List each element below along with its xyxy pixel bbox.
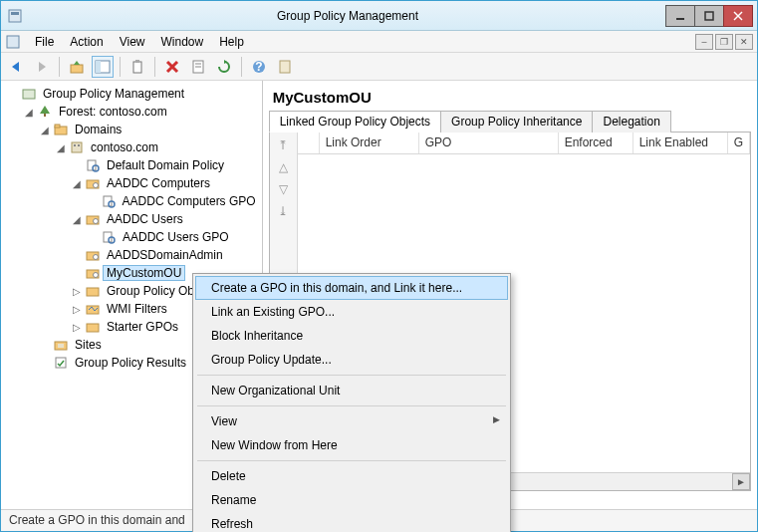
minimize-button[interactable] bbox=[665, 5, 695, 27]
move-top-icon[interactable]: ⤒ bbox=[278, 138, 288, 152]
svg-rect-43 bbox=[87, 324, 99, 332]
tree-domains[interactable]: ◢Domains bbox=[3, 121, 260, 138]
context-menu: Create a GPO in this domain, and Link it… bbox=[192, 273, 511, 532]
forest-icon bbox=[37, 104, 53, 120]
wmi-icon bbox=[85, 301, 101, 317]
menu-action[interactable]: Action bbox=[62, 33, 111, 51]
menu-help[interactable]: Help bbox=[211, 33, 252, 51]
menu-bar: File Action View Window Help – ❐ ✕ bbox=[1, 31, 757, 53]
move-up-icon[interactable]: △ bbox=[279, 160, 288, 174]
gpo-link-icon bbox=[85, 157, 101, 173]
show-tree-button[interactable] bbox=[92, 56, 114, 78]
back-button[interactable] bbox=[5, 56, 27, 78]
filter-button[interactable] bbox=[274, 56, 296, 78]
tree-aaddc-users[interactable]: ◢AADDC Users bbox=[3, 210, 260, 228]
window-title: Group Policy Management bbox=[29, 9, 666, 23]
svg-rect-19 bbox=[280, 61, 290, 73]
svg-rect-26 bbox=[78, 144, 80, 146]
svg-rect-7 bbox=[71, 65, 83, 73]
up-folder-button[interactable] bbox=[66, 56, 88, 78]
svg-text:?: ? bbox=[255, 60, 262, 74]
folder-icon bbox=[85, 283, 101, 299]
svg-rect-10 bbox=[133, 62, 141, 73]
col-link-order[interactable]: Link Order bbox=[320, 133, 419, 153]
menu-window[interactable]: Window bbox=[153, 33, 212, 51]
svg-point-30 bbox=[94, 183, 99, 188]
svg-point-34 bbox=[94, 219, 99, 224]
maximize-button[interactable] bbox=[694, 5, 724, 27]
move-bottom-icon[interactable]: ⤓ bbox=[278, 204, 288, 218]
tree-aadds-domain-admin[interactable]: AADDSDomainAdmin bbox=[3, 246, 260, 264]
svg-rect-11 bbox=[135, 60, 139, 63]
menu-view[interactable]: View bbox=[112, 33, 153, 51]
app-menu-icon[interactable] bbox=[5, 34, 21, 50]
menu-create-gpo[interactable]: Create a GPO in this domain, and Link it… bbox=[195, 276, 508, 300]
forward-button[interactable] bbox=[31, 56, 53, 78]
menu-gp-update[interactable]: Group Policy Update... bbox=[195, 348, 508, 372]
svg-rect-46 bbox=[56, 358, 66, 368]
col-gpo-status[interactable]: G bbox=[728, 133, 750, 153]
svg-rect-42 bbox=[87, 306, 99, 314]
tree-aaddc-users-gpo[interactable]: AADDC Users GPO bbox=[3, 228, 260, 246]
results-icon bbox=[53, 355, 69, 371]
menu-new-ou[interactable]: New Organizational Unit bbox=[195, 379, 508, 402]
help-button[interactable]: ? bbox=[248, 56, 270, 78]
col-link-enabled[interactable]: Link Enabled bbox=[633, 133, 728, 153]
svg-rect-41 bbox=[87, 288, 99, 296]
delete-button[interactable] bbox=[161, 56, 183, 78]
move-down-icon[interactable]: ▽ bbox=[279, 182, 288, 196]
ou-icon bbox=[85, 265, 101, 281]
clipboard-button[interactable] bbox=[126, 56, 148, 78]
mdi-restore-button[interactable]: ❐ bbox=[715, 34, 733, 50]
svg-rect-9 bbox=[96, 61, 101, 73]
properties-button[interactable] bbox=[187, 56, 209, 78]
col-icon[interactable] bbox=[298, 133, 320, 153]
folder-icon bbox=[53, 122, 69, 137]
svg-rect-45 bbox=[58, 344, 64, 348]
tree-aaddc-computers[interactable]: ◢AADDC Computers bbox=[3, 174, 260, 192]
svg-rect-0 bbox=[9, 10, 21, 22]
menu-block-inheritance[interactable]: Block Inheritance bbox=[195, 324, 508, 348]
menu-new-window[interactable]: New Window from Here bbox=[195, 433, 508, 457]
svg-rect-24 bbox=[72, 142, 82, 152]
column-headers: Link Order GPO Enforced Link Enabled G bbox=[298, 133, 750, 154]
svg-rect-6 bbox=[7, 36, 19, 48]
tree-domain[interactable]: ◢contoso.com bbox=[3, 138, 260, 156]
app-icon bbox=[1, 8, 29, 24]
menu-file[interactable]: File bbox=[27, 33, 62, 51]
menu-view[interactable]: View bbox=[195, 409, 508, 433]
tab-inheritance[interactable]: Group Policy Inheritance bbox=[440, 111, 593, 133]
menu-refresh[interactable]: Refresh bbox=[195, 512, 508, 532]
tab-delegation[interactable]: Delegation bbox=[592, 111, 670, 133]
menu-rename[interactable]: Rename bbox=[195, 488, 508, 512]
tree-root[interactable]: Group Policy Management bbox=[3, 85, 260, 103]
svg-rect-21 bbox=[44, 114, 46, 117]
svg-rect-23 bbox=[55, 125, 60, 128]
menu-link-gpo[interactable]: Link an Existing GPO... bbox=[195, 300, 508, 324]
pane-title: MyCustomOU bbox=[273, 89, 747, 106]
sites-icon bbox=[53, 337, 69, 353]
mdi-close-button[interactable]: ✕ bbox=[735, 34, 753, 50]
ou-icon bbox=[85, 247, 101, 263]
svg-rect-3 bbox=[705, 12, 713, 20]
svg-rect-20 bbox=[23, 90, 35, 99]
col-enforced[interactable]: Enforced bbox=[559, 133, 633, 153]
close-button[interactable] bbox=[723, 5, 753, 27]
col-gpo[interactable]: GPO bbox=[419, 133, 559, 153]
tree-aaddc-computers-gpo[interactable]: AADDC Computers GPO bbox=[3, 192, 260, 210]
refresh-button[interactable] bbox=[213, 56, 235, 78]
menu-delete[interactable]: Delete bbox=[195, 464, 508, 488]
svg-point-38 bbox=[94, 255, 99, 260]
svg-rect-25 bbox=[74, 144, 76, 146]
tab-linked-gpo[interactable]: Linked Group Policy Objects bbox=[269, 111, 441, 133]
tree-default-domain-policy[interactable]: Default Domain Policy bbox=[3, 156, 260, 174]
svg-rect-1 bbox=[11, 12, 19, 15]
folder-icon bbox=[85, 319, 101, 335]
mdi-minimize-button[interactable]: – bbox=[695, 34, 713, 50]
domain-icon bbox=[69, 139, 85, 155]
scroll-right-button[interactable]: ► bbox=[732, 473, 750, 490]
gpo-link-icon bbox=[101, 193, 117, 209]
svg-point-40 bbox=[94, 273, 99, 278]
toolbar: ? bbox=[1, 53, 757, 81]
tree-forest[interactable]: ◢Forest: contoso.com bbox=[3, 103, 260, 121]
